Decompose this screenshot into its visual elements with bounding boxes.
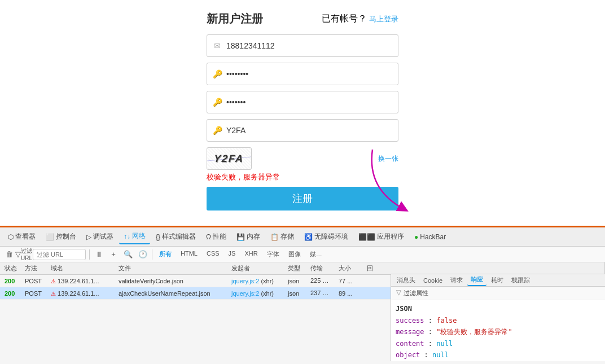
row2-status: 200: [2, 290, 23, 297]
tab-response[interactable]: 响应: [467, 274, 486, 286]
devtools-tab-console[interactable]: ⬜ 控制台: [41, 230, 81, 244]
json-content-row: content : null: [396, 338, 600, 349]
col-type: 类型: [286, 264, 308, 273]
row1-initiator: jquery.js:2 (xhr): [229, 278, 286, 284]
pause-btn[interactable]: ⏸: [93, 249, 104, 260]
tab-stack-trace[interactable]: 栈跟踪: [508, 275, 533, 286]
col-extra: 回: [365, 264, 374, 273]
filter-css[interactable]: CSS: [203, 249, 223, 260]
filter-media[interactable]: 媒…: [306, 249, 326, 260]
filter-type-tabs: 所有 HTML CSS JS XHR 字体 图像 媒…: [156, 249, 326, 260]
devtools-tab-debugger[interactable]: ▷ 调试器: [82, 230, 118, 244]
col-initiator: 发起者: [229, 264, 286, 273]
captcha-icon: 🔑: [213, 126, 222, 135]
filter-html[interactable]: HTML: [177, 249, 201, 260]
form-header: 新用户注册 已有帐号？ 马上登录: [207, 11, 398, 27]
plus-btn[interactable]: +: [108, 249, 119, 260]
col-domain: 域名: [49, 264, 116, 273]
col-transfer: 传输: [308, 264, 336, 273]
response-panel: 消息头 Cookie 请求 响应 耗时 栈跟踪 ▽ 过滤属性 JSON succ…: [391, 274, 605, 361]
filter-props-label: ▽: [396, 290, 404, 296]
devtools-tab-performance[interactable]: Ω 性能: [201, 230, 231, 244]
row1-status: 200: [2, 278, 23, 284]
login-hint-text: 已有帐号？ 马上登录: [322, 13, 398, 25]
devtools-tab-accessibility[interactable]: ♿ 无障碍环境: [300, 230, 353, 244]
phone-input[interactable]: [226, 41, 392, 50]
row2-file: ajaxCheckUserNameRepeat.json: [116, 290, 229, 297]
row1-size: 77 ...: [336, 278, 365, 284]
json-label: JSON: [396, 305, 600, 313]
devtools-tab-inspector[interactable]: ⬡ 查看器: [3, 230, 40, 244]
tab-messages[interactable]: 消息头: [393, 275, 419, 286]
devtools-tab-application[interactable]: ⬛⬛ 应用程序: [354, 230, 409, 244]
register-button[interactable]: 注册: [207, 187, 398, 210]
row1-domain: ⚠ 139.224.61.1...: [49, 278, 116, 284]
password-input-row: 🔑: [207, 63, 398, 85]
json-object-row: object : null: [396, 349, 600, 361]
filter-font[interactable]: 字体: [264, 249, 283, 260]
confirm-password-input[interactable]: [226, 98, 392, 107]
password-input[interactable]: [226, 69, 392, 78]
row2-initiator: jquery.js:2 (xhr): [229, 290, 286, 297]
separator2: [152, 249, 152, 260]
captcha-image-text: Y2FA: [214, 153, 245, 165]
confirm-password-icon: 🔑: [213, 98, 222, 107]
filter-all[interactable]: 所有: [156, 249, 175, 260]
devtools-tab-network[interactable]: ↑↓ 网络: [119, 229, 150, 244]
captcha-text-input[interactable]: [226, 126, 392, 135]
row1-type: json: [286, 278, 308, 284]
filter-xhr[interactable]: XHR: [241, 249, 261, 260]
email-icon: ✉: [213, 41, 222, 50]
timer-btn[interactable]: 🕐: [137, 249, 148, 260]
application-icon: ⬛⬛: [358, 233, 375, 241]
phone-input-row: ✉: [207, 34, 398, 57]
filter-props: ▽ 过滤属性: [391, 287, 605, 300]
col-status: 状态: [2, 264, 23, 273]
row2-domain: ⚠ 139.224.61.1...: [49, 290, 116, 297]
devtools-tab-hackbar[interactable]: ● HackBar: [410, 231, 450, 243]
row2-type: json: [286, 290, 308, 297]
accessibility-icon: ♿: [304, 233, 313, 241]
refresh-captcha-link[interactable]: 换一张: [378, 154, 398, 164]
performance-icon: Ω: [206, 233, 211, 241]
filter-toggle-btn[interactable]: ▽ 过滤 URL: [18, 249, 29, 260]
url-filter-input[interactable]: [37, 251, 82, 258]
search-btn[interactable]: 🔍: [122, 249, 134, 260]
tab-cookie[interactable]: Cookie: [420, 276, 446, 285]
row2-size: 89 ...: [336, 290, 365, 297]
devtools-panel: ⬡ 查看器 ⬜ 控制台 ▷ 调试器 ↑↓ 网络 {} 样式编辑器 Ω 性能 💾 …: [0, 226, 605, 364]
url-filter-container: [33, 249, 86, 260]
captcha-image[interactable]: Y2FA: [207, 147, 252, 170]
login-link[interactable]: 马上登录: [369, 15, 398, 23]
json-success-row: success : false: [396, 315, 600, 326]
tab-timing[interactable]: 耗时: [488, 275, 507, 286]
delete-network-btn[interactable]: 🗑: [3, 249, 15, 260]
style-editor-icon: {}: [156, 233, 160, 241]
json-message-row: message : "校验失败，服务器异常": [396, 326, 600, 337]
filter-image[interactable]: 图像: [285, 249, 304, 260]
network-columns-bar: 状态 方法 域名 文件 发起者 类型 传输 大小 回: [0, 262, 604, 275]
captcha-input-row: 🔑: [207, 119, 398, 142]
col-size: 大小: [336, 264, 365, 273]
inspector-icon: ⬡: [8, 233, 14, 241]
devtools-tab-memory[interactable]: 💾 内存: [232, 230, 265, 244]
row1-method: POST: [23, 278, 49, 284]
confirm-password-input-row: 🔑: [207, 91, 398, 113]
response-content: JSON success : false message : "校验失败，服务器…: [391, 300, 605, 361]
col-method: 方法: [23, 264, 49, 273]
tab-request[interactable]: 请求: [447, 275, 466, 286]
separator: [89, 249, 90, 260]
response-header-tabs: 消息头 Cookie 请求 响应 耗时 栈跟踪: [391, 274, 605, 287]
filter-js[interactable]: JS: [225, 249, 239, 260]
devtools-tab-storage[interactable]: 📋 存储: [266, 230, 299, 244]
password-icon: 🔑: [213, 69, 222, 78]
devtools-tab-style-editor[interactable]: {} 样式编辑器: [151, 230, 200, 244]
page-area: 新用户注册 已有帐号？ 马上登录 ✉ 🔑 🔑 🔑: [0, 0, 605, 226]
row1-file: validateVerifyCode.json: [116, 278, 229, 284]
devtools-tabs-bar: ⬡ 查看器 ⬜ 控制台 ▷ 调试器 ↑↓ 网络 {} 样式编辑器 Ω 性能 💾 …: [0, 227, 605, 247]
console-icon: ⬜: [46, 233, 54, 241]
network-icon: ↑↓: [124, 233, 130, 240]
hackbar-icon: ●: [414, 233, 418, 241]
error-message: 校验失败，服务器异常: [207, 172, 398, 182]
col-file: 文件: [116, 264, 229, 273]
